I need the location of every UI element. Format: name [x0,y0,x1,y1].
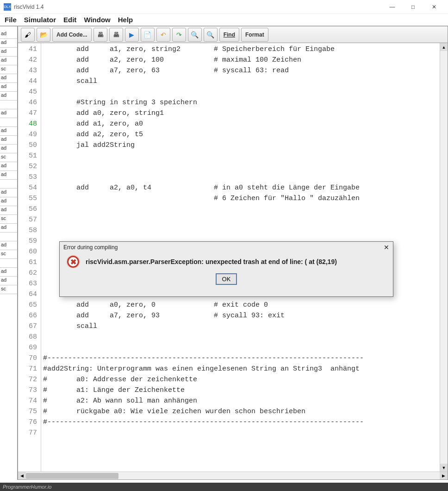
line-number: 70 [18,353,37,364]
side-label: ad [0,206,17,215]
scroll-right-icon[interactable]: ▶ [440,472,448,479]
side-label: ad [0,57,17,65]
window-title: riscVivid 1.4 [14,4,382,10]
app-icon: DLX [4,3,11,11]
format-button[interactable]: Format [241,28,268,42]
side-label: ad [0,197,17,206]
line-number: 67 [18,321,37,332]
line-number: 60 [18,246,37,257]
print-icon[interactable]: 🖶 [93,28,107,42]
dialog-title: Error during compiling [63,244,118,251]
side-label [0,259,17,268]
line-number: 65 [18,300,37,310]
line-number: 76 [18,417,37,428]
hscroll-thumb[interactable] [26,473,118,479]
side-label [0,233,17,241]
side-label [0,180,17,189]
side-label: ad [0,189,17,197]
zoom-icon[interactable]: 🔍 [188,28,202,42]
line-gutter: 4142434445464748495051525354555657585960… [18,43,41,472]
side-label: ad [0,127,17,136]
copy-icon[interactable]: 📄 [141,28,155,42]
line-number: 50 [18,140,37,151]
error-icon: ✖ [67,256,79,268]
side-label: ad [0,277,17,285]
line-number: 57 [18,214,37,225]
dialog-close-icon[interactable]: ✕ [384,244,389,251]
line-number: 63 [18,278,37,289]
line-number: 42 [18,55,37,65]
line-number: 49 [18,129,37,140]
line-number: 58 [18,225,37,236]
print2-icon[interactable]: 🖶 [109,28,123,42]
side-label: ad [0,224,17,233]
redo-icon[interactable]: ↷ [172,28,186,42]
side-label [0,101,17,109]
sidebar: adadadadscadadadadadadadscadadadadadscad… [0,26,18,480]
vertical-scrollbar[interactable]: ▲ ▼ [440,43,448,472]
side-label: ad [0,145,17,153]
side-label: ad [0,241,17,250]
line-number: 71 [18,364,37,374]
menu-help[interactable]: Help [118,16,133,24]
line-number: 59 [18,236,37,246]
side-label: ad [0,109,17,118]
side-label: sc [0,285,17,294]
line-number: 47 [18,108,37,119]
scroll-left-icon[interactable]: ◀ [18,472,26,479]
line-number: 62 [18,268,37,278]
side-label: ad [0,162,17,171]
footer-watermark: ProgrammerHumor.io [0,483,448,491]
side-label: ad [0,39,17,48]
workspace: adadadadscadadadadadadadscadadadadadscad… [0,26,448,480]
line-number: 74 [18,396,37,406]
minimize-button[interactable]: — [382,0,403,14]
line-number: 72 [18,374,37,385]
side-label [0,118,17,127]
maximize-button[interactable]: □ [403,0,423,14]
side-label: sc [0,153,17,162]
line-number: 69 [18,342,37,353]
undo-icon[interactable]: ↶ [156,28,170,42]
side-label: ad [0,83,17,92]
side-label: sc [0,65,17,74]
ok-button[interactable]: OK [216,273,237,285]
error-dialog: Error during compiling ✕ ✖ riscVivid.asm… [59,241,393,297]
line-number: 53 [18,172,37,183]
line-number: 54 [18,183,37,193]
menu-file[interactable]: File [5,16,17,24]
line-number: 51 [18,151,37,161]
add-code-button[interactable]: Add Code... [52,28,92,42]
line-number: 52 [18,161,37,172]
side-label: ad [0,74,17,83]
zoom2-icon[interactable]: 🔍 [204,28,218,42]
line-number: 68 [18,332,37,342]
line-number: 43 [18,65,37,76]
side-label: ad [0,171,17,180]
line-number: 64 [18,289,37,300]
line-number: 44 [18,76,37,87]
line-number: 46 [18,97,37,108]
brush-icon[interactable]: 🖌 [21,28,35,42]
line-number: 56 [18,204,37,214]
line-number: 55 [18,193,37,204]
line-number: 45 [18,87,37,97]
menu-window[interactable]: Window [84,16,110,24]
close-button[interactable]: ✕ [423,0,444,14]
line-number: 66 [18,310,37,321]
run-icon[interactable]: ▶ [125,28,139,42]
line-number: 77 [18,428,37,438]
side-label: ad [0,48,17,57]
horizontal-scrollbar[interactable]: ◀ ▶ [18,472,448,479]
find-button[interactable]: Find [219,28,239,42]
side-label: ad [0,30,17,39]
line-number: 41 [18,44,37,55]
line-number: 48 [18,119,37,129]
open-icon[interactable]: 📂 [37,28,50,42]
menu-edit[interactable]: Edit [63,16,76,24]
dialog-message: riscVivid.asm.parser.ParserException: un… [86,258,337,265]
menubar: File Simulator Edit Window Help [0,14,448,26]
scroll-up-icon[interactable]: ▲ [440,43,448,51]
scroll-down-icon[interactable]: ▼ [440,464,448,472]
menu-simulator[interactable]: Simulator [24,16,56,24]
